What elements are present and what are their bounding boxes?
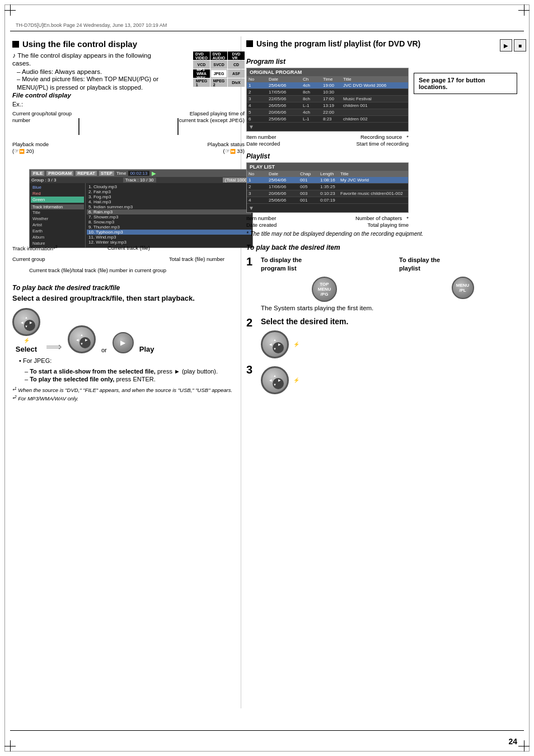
r2-title xyxy=(343,90,360,95)
top-menu-btn[interactable]: TOPMENU/PG xyxy=(312,277,337,302)
prog-row-6: 6 25/06/06 L-1 8:23 children 002 xyxy=(247,116,408,123)
small-play-button[interactable]: ▶ xyxy=(113,332,134,353)
pl-r4-date: 25/06/06 xyxy=(269,198,297,203)
select-sub-icon: ⚡ xyxy=(24,338,30,343)
nav-up: ▲ xyxy=(24,315,29,320)
step-2-text: Select the desired item. xyxy=(261,317,526,326)
file-screen-left-panel: Blue Red Green Track Information Title W… xyxy=(30,183,86,248)
track-info-earth: Earth xyxy=(31,228,84,234)
step-1-left-col: To display theprogram list TOPMENU/PG xyxy=(261,256,388,302)
step-3-num: 3 xyxy=(246,364,257,375)
pl-r2-title xyxy=(340,184,357,189)
bullet-movie: – Movie and picture files: When TOP MENU… xyxy=(17,75,163,92)
step-3-sub-icon: ⚡ xyxy=(293,377,299,383)
r2-no: 2 xyxy=(249,90,265,95)
track-info-title: Title xyxy=(31,209,84,216)
annot-line-tl xyxy=(78,118,79,135)
menu-btn[interactable]: MENU/PL xyxy=(452,277,474,299)
playlist-subheading: Playlist xyxy=(246,152,526,160)
note-text: * The title may not be displayed dependi… xyxy=(246,230,526,238)
prog-start-time-label: Start time of recording xyxy=(357,141,409,147)
fmt-mpeg2: MPEG2 xyxy=(210,78,227,87)
playlist-diagram: PLAY LIST No Date Chap Length Title 1 25… xyxy=(246,162,526,228)
right-section-icon xyxy=(246,40,253,47)
buttons-row: ▲ ◀ ▶ ▼ ⚡ Select ⟹ xyxy=(12,308,245,353)
left-column: Using the file control display DVDVIDEO … xyxy=(12,39,245,403)
select-label: Select xyxy=(16,345,37,353)
file-screen-right-panel: 1. Cloudy.mp3 2. Fair.mp3 3. Fog.mp3 4. … xyxy=(86,183,252,248)
select-btn-group: ▲ ◀ ▶ ▼ ⚡ Select xyxy=(12,308,40,353)
jpeg-bullet-1: – To start a slide-show from the selecte… xyxy=(25,368,245,375)
r6-ch: L-1 xyxy=(303,116,320,122)
r4-ch: L-1 xyxy=(303,103,320,108)
pl-r4-title xyxy=(340,198,357,203)
pl-r1-chap: 001 xyxy=(300,178,317,183)
play-icon: ▶ xyxy=(152,170,156,176)
small-play-btn-group: ▶ xyxy=(113,332,134,353)
r3-no: 3 xyxy=(249,96,265,101)
pl-r1-no: 1 xyxy=(249,178,265,183)
file-screen-body: Blue Red Green Track Information Title W… xyxy=(30,183,252,248)
pl-item-number-label: Item number xyxy=(246,215,276,221)
nav-select-button[interactable]: ▲ ◀ ▶ ▼ xyxy=(12,308,40,336)
r5-title xyxy=(343,110,360,115)
program-list-subheading: Program list xyxy=(246,58,526,66)
time-label: Time xyxy=(116,171,126,176)
annot-elapsed: Elapsed playing time of current track (e… xyxy=(172,110,245,124)
crosshair-bottom-right xyxy=(518,740,530,752)
pl-row-1: 1 25/04/06 001 1:08:16 My JVC World xyxy=(247,177,408,184)
prog-screen-header: ORIGINAL PROGRAM xyxy=(247,68,408,76)
play-icon-btn: ▶ xyxy=(500,39,512,52)
right-section-header: Using the program list/ playlist (for DV… xyxy=(246,39,500,48)
step-3-body: ▲ ◀ ▶ ▼ ⚡ xyxy=(261,364,526,394)
play-label: Play xyxy=(139,345,154,353)
annot-line-tr xyxy=(177,118,179,135)
pl-row-3: 3 20/06/06 003 0:10:23 Favorite music ch… xyxy=(247,190,408,197)
r1-ch: 4ch xyxy=(303,83,320,88)
r4-date: 26/05/06 xyxy=(269,103,299,108)
r4-title: children 001 xyxy=(343,103,368,108)
play-nav-arrows: ▲ ◀ ▶ ▼ xyxy=(75,333,88,346)
col-ch: Ch xyxy=(303,77,320,82)
file-control-display-label: File control display xyxy=(12,92,245,99)
repeat-tag: REPEAT xyxy=(76,171,97,176)
step-2-nav-btn[interactable]: ▲ ◀ ▶ ▼ xyxy=(261,330,289,358)
pl-col-date: Date xyxy=(269,171,297,176)
play-nav-button[interactable]: ▲ ◀ ▶ ▼ xyxy=(68,325,96,353)
jpeg-bullet-2: – To play the selected file only, press … xyxy=(25,376,245,382)
fmt-svcd: SVCD xyxy=(210,60,227,69)
track-11: 11. Wind.mp3 xyxy=(87,235,251,240)
group-red: Red xyxy=(31,190,84,197)
program-list-diagram: ORIGINAL PROGRAM No Date Ch Time Title 1… xyxy=(246,68,526,147)
track-9: 9. Thunder.mp3 xyxy=(87,225,251,230)
intro-area: ♪ The file control display appears in th… xyxy=(12,52,163,92)
program-list-screen: ORIGINAL PROGRAM No Date Ch Time Title 1… xyxy=(246,68,409,132)
pl-row-4: 4 25/06/06 001 0:07:19 xyxy=(247,197,408,204)
nav-arrows: ▲ ◀ ▶ ▼ xyxy=(20,315,33,329)
r1-date: 25/04/06 xyxy=(269,83,299,88)
pl-r2-date: 17/06/06 xyxy=(269,184,297,189)
step-1-left-label: To display theprogram list xyxy=(261,256,388,273)
fmt-jpeg: JPEG xyxy=(210,69,227,78)
intro-symbol: ♪ xyxy=(12,52,16,59)
pl-r2-no: 2 xyxy=(249,184,265,189)
nav-left: ◀ xyxy=(20,320,24,324)
track-12: 12. Winter sky.mp3 xyxy=(87,240,251,245)
pl-r1-date: 25/04/06 xyxy=(269,178,297,183)
pl-col-title: Title xyxy=(340,171,357,176)
step-1-right-col: To display theplaylist MENU/PL xyxy=(399,256,526,302)
step-3-nav-btn[interactable]: ▲ ◀ ▶ ▼ xyxy=(261,366,289,394)
annot-current-track: Current track (file) xyxy=(107,245,150,251)
track-6: 6. Rain.mp3 xyxy=(87,209,251,214)
pl-col-no: No xyxy=(249,171,265,176)
crosshair-top-left xyxy=(4,4,16,16)
track-4: 4. Hail.mp3 xyxy=(87,199,251,204)
track-info-header: Track Information xyxy=(31,204,84,209)
diagram-container: Current group/total group number Elapsed… xyxy=(12,110,245,278)
playlist-cols: No Date Chap Length Title xyxy=(247,171,408,177)
step-2-body: Select the desired item. ▲ ◀ ▶ ▼ xyxy=(261,317,526,358)
col-no: No xyxy=(249,77,265,82)
track-info-weather: Weather xyxy=(31,216,84,222)
r5-time: 22:00 xyxy=(323,110,340,115)
track-7: 7. Shower.mp3 xyxy=(87,214,251,220)
